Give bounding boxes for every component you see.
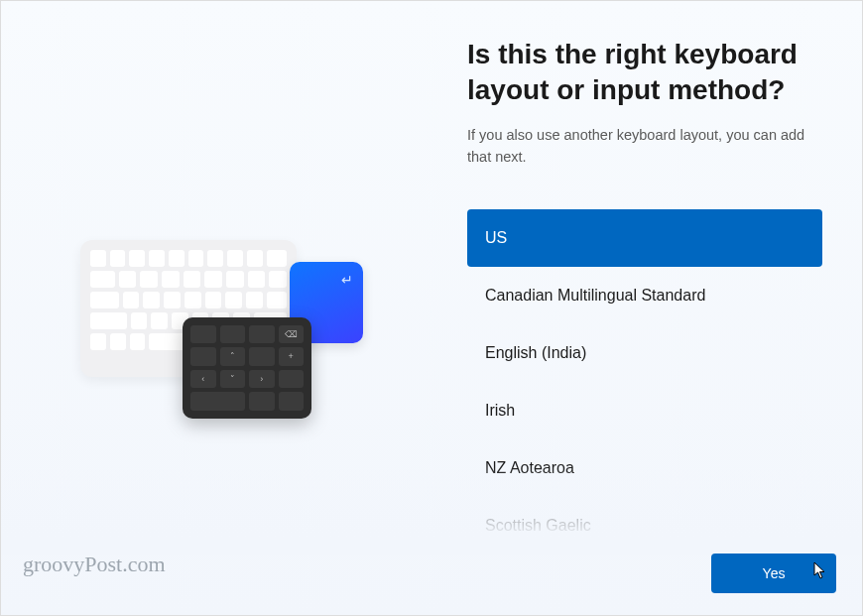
arrow-down-icon: ˅ bbox=[220, 370, 246, 389]
layout-option-irish[interactable]: Irish bbox=[467, 382, 822, 439]
arrow-left-icon: ‹ bbox=[190, 370, 216, 389]
main-pane: Is this the right keyboard layout or inp… bbox=[437, 1, 862, 615]
layout-option-scottish-gaelic[interactable]: Scottish Gaelic bbox=[467, 497, 822, 554]
page-subtitle: If you also use another keyboard layout,… bbox=[467, 125, 822, 169]
enter-icon: ↵ bbox=[341, 272, 353, 288]
backspace-icon: ⌫ bbox=[279, 325, 305, 344]
numpad-dark-icon: ⌫ ˄+ ‹˅› bbox=[183, 317, 311, 419]
illustration-pane: ↵ ⌫ ˄+ ‹˅› bbox=[1, 1, 437, 615]
page-title: Is this the right keyboard layout or inp… bbox=[467, 37, 822, 109]
watermark: groovyPost.com bbox=[23, 552, 166, 577]
yes-button[interactable]: Yes bbox=[711, 554, 836, 593]
list-item-label: US bbox=[485, 229, 507, 246]
layout-option-us[interactable]: US bbox=[467, 209, 822, 267]
list-item-label: NZ Aotearoa bbox=[485, 459, 574, 476]
list-item-label: Scottish Gaelic bbox=[485, 517, 591, 534]
list-item-label: English (India) bbox=[485, 344, 586, 361]
layout-option-canadian-multilingual[interactable]: Canadian Multilingual Standard bbox=[467, 267, 822, 324]
list-item-label: Irish bbox=[485, 402, 515, 419]
arrow-right-icon: › bbox=[249, 370, 275, 389]
keyboard-illustration: ↵ ⌫ ˄+ ‹˅› bbox=[75, 214, 363, 432]
layout-option-nz-aotearoa[interactable]: NZ Aotearoa bbox=[467, 439, 822, 497]
arrow-up-icon: ˄ bbox=[220, 347, 246, 366]
layout-option-english-india[interactable]: English (India) bbox=[467, 324, 822, 382]
keyboard-layout-list[interactable]: US Canadian Multilingual Standard Englis… bbox=[467, 209, 822, 554]
list-item-label: Canadian Multilingual Standard bbox=[485, 287, 705, 304]
